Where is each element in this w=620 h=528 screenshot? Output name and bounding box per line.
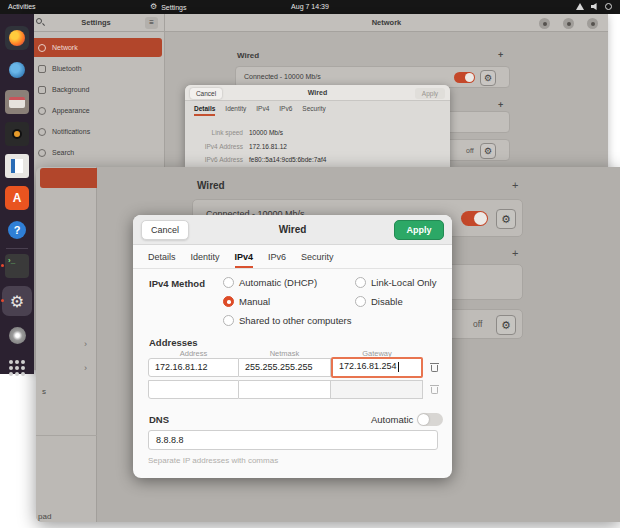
netmask-input[interactable]: 255.255.255.255 — [239, 358, 331, 377]
sidebar-item-bluetooth[interactable]: Bluetooth — [31, 59, 162, 78]
wired-section-title: Wired — [197, 180, 225, 191]
gateway-input[interactable]: 172.16.81.254 — [331, 357, 423, 378]
tab-ipv6[interactable]: IPv6 — [268, 252, 286, 268]
detail-value: fe80::5a14:9cd5:6bde:7af4 — [249, 156, 326, 163]
radio-label[interactable]: Disable — [371, 296, 403, 307]
tab-details[interactable]: Details — [148, 252, 176, 268]
tab-security[interactable]: Security — [302, 105, 325, 116]
tab-ipv6[interactable]: IPv6 — [279, 105, 292, 116]
settings-headerbar: Settings ≡ Network — [28, 14, 608, 32]
detail-label: IPv4 Address — [185, 143, 243, 150]
radio-shared[interactable] — [223, 315, 234, 326]
dock-thunderbird-icon[interactable] — [5, 58, 29, 82]
magnified-sidebar: › › s pad — [36, 167, 97, 522]
dock-rhythmbox-icon[interactable] — [5, 122, 29, 146]
column-header-address: Address — [148, 349, 239, 358]
dock-help-icon[interactable]: ? — [5, 218, 29, 242]
wired-settings-button[interactable]: ⚙ — [480, 70, 496, 86]
radio-disable[interactable] — [355, 296, 366, 307]
minimize-button[interactable] — [539, 18, 550, 29]
proxy-settings-button[interactable]: ⚙ — [496, 315, 516, 335]
connection-label: Connected - 10000 Mb/s — [244, 73, 321, 80]
trash-icon — [430, 385, 439, 395]
sidebar-item-network-selected[interactable] — [40, 168, 97, 188]
trash-icon — [430, 363, 439, 373]
delete-address-button-disabled[interactable] — [424, 380, 444, 399]
sidebar-label-fragment: s — [42, 387, 46, 396]
dialog-tabs: Details Identity IPv4 IPv6 Security — [194, 105, 336, 116]
radio-link-local[interactable] — [355, 277, 366, 288]
proxy-state-label: off — [466, 147, 474, 154]
radio-label[interactable]: Shared to other computers — [239, 315, 351, 326]
address-input[interactable]: 172.16.81.12 — [148, 358, 239, 377]
sidebar-item-label: Notifications — [52, 128, 90, 135]
sidebar-item-label: Background — [52, 86, 89, 93]
divider — [133, 268, 452, 269]
wired-settings-button[interactable]: ⚙ — [496, 209, 516, 229]
apply-button[interactable]: Apply — [394, 220, 444, 240]
sidebar-item-label: Search — [52, 149, 74, 156]
dock-writer-icon[interactable] — [5, 154, 29, 178]
delete-address-button[interactable] — [424, 358, 444, 377]
proxy-settings-button[interactable]: ⚙ — [480, 143, 496, 159]
dialog-title: Wired — [185, 89, 450, 96]
ipv4-method-label: IPv4 Method — [149, 278, 205, 289]
sidebar-item-network[interactable]: Network — [31, 38, 162, 57]
address-input-empty[interactable] — [148, 380, 239, 399]
dock-files-icon[interactable] — [5, 90, 29, 114]
wired-toggle[interactable] — [454, 72, 475, 83]
wired-toggle[interactable] — [461, 211, 488, 226]
close-button[interactable] — [587, 18, 598, 29]
dock-app-grid-icon[interactable] — [5, 356, 29, 380]
sidebar-item-label: Network — [52, 44, 78, 51]
search-icon — [38, 149, 46, 157]
bluetooth-icon — [38, 65, 46, 73]
dialog-headerbar: Cancel Wired Apply — [133, 215, 452, 245]
gateway-value: 172.16.81.254 — [339, 361, 397, 371]
gateway-input-empty[interactable] — [331, 380, 423, 399]
sidebar-headerbar: Settings ≡ — [28, 14, 165, 32]
sidebar-item-search[interactable]: Search — [31, 143, 162, 162]
maximize-button[interactable] — [563, 18, 574, 29]
add-vpn-button[interactable]: + — [498, 100, 503, 110]
dock-settings-icon[interactable]: ⚙ — [5, 289, 29, 313]
running-indicator — [1, 264, 4, 267]
add-wired-button[interactable]: + — [498, 50, 503, 60]
dialog-headerbar: Cancel Wired Apply — [185, 85, 450, 101]
dock-terminal-icon[interactable]: ›_ — [5, 254, 29, 278]
appearance-icon — [38, 107, 46, 115]
dock-software-icon[interactable]: A — [5, 186, 29, 210]
sidebar-label-fragment: pad — [38, 512, 51, 521]
tab-ipv4[interactable]: IPv4 — [256, 105, 269, 116]
tab-details[interactable]: Details — [194, 105, 215, 116]
dock-media-player-icon[interactable] — [5, 323, 29, 347]
desktop: Activities ⚙ Settings Aug 7 14:39 Settin… — [0, 0, 620, 528]
radio-manual[interactable] — [223, 296, 234, 307]
hamburger-menu-button[interactable]: ≡ — [145, 17, 158, 29]
power-icon — [605, 3, 612, 10]
system-tray[interactable] — [576, 3, 612, 10]
add-wired-button[interactable]: + — [512, 179, 518, 191]
apply-button[interactable]: Apply — [415, 88, 445, 99]
detail-label: Link speed — [185, 129, 243, 136]
add-vpn-button[interactable]: + — [512, 247, 518, 259]
sidebar-item-background[interactable]: Background — [31, 80, 162, 99]
radio-label[interactable]: Automatic (DHCP) — [239, 277, 317, 288]
tab-identity[interactable]: Identity — [191, 252, 220, 268]
radio-automatic-dhcp[interactable] — [223, 277, 234, 288]
clock[interactable]: Aug 7 14:39 — [0, 3, 620, 10]
dock-firefox-icon[interactable] — [5, 26, 29, 50]
tab-security[interactable]: Security — [301, 252, 334, 268]
tab-ipv4[interactable]: IPv4 — [235, 252, 254, 268]
radio-label[interactable]: Manual — [239, 296, 270, 307]
dns-automatic-toggle[interactable] — [417, 413, 443, 426]
radio-label[interactable]: Link-Local Only — [371, 277, 436, 288]
tab-identity[interactable]: Identity — [225, 105, 246, 116]
top-bar: Activities ⚙ Settings Aug 7 14:39 — [0, 0, 620, 14]
dns-input[interactable]: 8.8.8.8 — [148, 430, 438, 450]
chevron-right-icon: › — [84, 339, 87, 349]
sidebar-item-notifications[interactable]: Notifications — [31, 122, 162, 141]
network-icon — [576, 3, 584, 10]
netmask-input-empty[interactable] — [239, 380, 331, 399]
sidebar-item-appearance[interactable]: Appearance — [31, 101, 162, 120]
